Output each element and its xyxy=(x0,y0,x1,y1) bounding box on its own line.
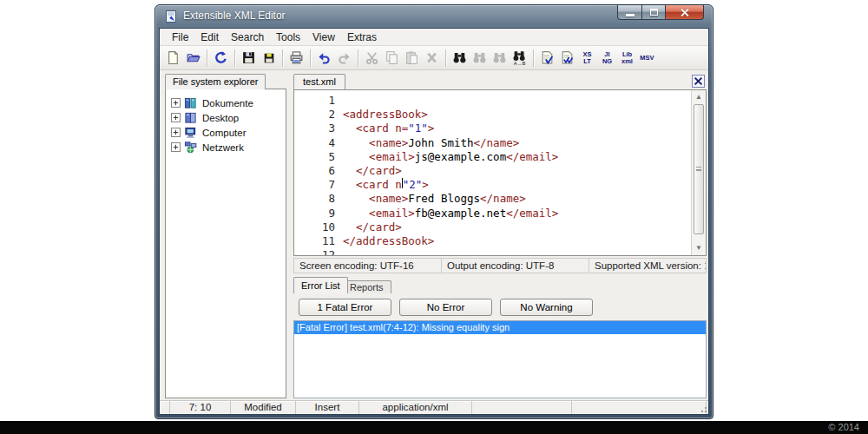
expand-icon[interactable] xyxy=(171,142,181,152)
editor-scrollbar[interactable]: ▲ ▼ xyxy=(691,90,706,255)
resize-grip[interactable] xyxy=(699,404,707,413)
refresh-icon[interactable] xyxy=(211,48,231,68)
code-line: 9 <email>fb@example.net</email> xyxy=(294,207,691,220)
maximize-button[interactable] xyxy=(641,5,666,20)
code-segment: Fred Bloggs xyxy=(408,192,480,206)
tree-item-desktop[interactable]: Desktop xyxy=(166,110,286,125)
status-cell xyxy=(572,401,707,414)
close-icon xyxy=(680,8,689,17)
code-segment: "2" xyxy=(403,178,423,192)
window-title: Extensible XML Editor xyxy=(183,5,286,27)
menu-item-file[interactable]: File xyxy=(166,31,194,43)
menu-item-edit[interactable]: Edit xyxy=(194,31,225,43)
print-icon[interactable] xyxy=(286,48,306,68)
xslt-icon[interactable]: XSLT xyxy=(577,48,597,68)
tree-item-computer[interactable]: Computer xyxy=(166,125,286,140)
delete-icon[interactable] xyxy=(422,48,442,68)
tree-item-netzwerk[interactable]: Netzwerk xyxy=(166,140,286,155)
code-segment: </name> xyxy=(480,192,526,206)
find-prev-icon[interactable] xyxy=(490,48,510,68)
code-segment: </email> xyxy=(506,207,558,220)
scrollbar-thumb[interactable] xyxy=(694,104,704,234)
open-file-icon[interactable] xyxy=(183,48,203,68)
editor-tab-row: test.xml xyxy=(293,74,707,89)
scroll-down-icon[interactable]: ▼ xyxy=(693,242,705,254)
editor-panel: test.xml 12<addressBook>3 <card n="1">4 … xyxy=(293,74,707,398)
titlebar[interactable]: Extensible XML Editor xyxy=(155,5,713,28)
scroll-up-icon[interactable]: ▲ xyxy=(693,91,705,103)
find-icon[interactable] xyxy=(450,48,470,68)
line-number: 3 xyxy=(294,122,343,135)
code-segment: > xyxy=(422,178,429,192)
no-error-button[interactable]: No Error xyxy=(399,299,492,316)
toolbar-separator xyxy=(533,49,534,67)
maximize-icon xyxy=(650,9,658,16)
file-explorer-panel: File system explorer DokumenteDesktopCom… xyxy=(165,74,286,398)
line-number: 6 xyxy=(294,164,343,178)
code-segment: <name> xyxy=(343,192,408,206)
find-next-icon[interactable] xyxy=(470,48,490,68)
copy-icon[interactable] xyxy=(382,48,402,68)
screenshot-stage: Extensible XML Editor FileEditSearchTool… xyxy=(0,0,868,434)
error-list: [Fatal Error] test.xml(7:4-12): Missing … xyxy=(293,320,707,398)
minimize-button[interactable] xyxy=(617,5,641,20)
cut-icon[interactable] xyxy=(362,48,382,68)
close-button[interactable] xyxy=(666,5,704,20)
menu-item-extras[interactable]: Extras xyxy=(341,31,383,43)
1-fatal-error-button[interactable]: 1 Fatal Error xyxy=(299,299,391,316)
code-segment: <email> xyxy=(343,150,415,164)
new-file-icon[interactable] xyxy=(163,48,183,68)
expand-icon[interactable] xyxy=(171,113,181,122)
encoding-cell: Output encoding: UTF-8 xyxy=(442,258,589,273)
code-line: 10 </card> xyxy=(294,220,691,234)
tab-error-list[interactable]: Error List xyxy=(293,277,348,293)
tab-file-system-explorer[interactable]: File system explorer xyxy=(165,74,266,89)
app-icon xyxy=(164,10,178,23)
jing-icon[interactable]: JING xyxy=(597,48,617,68)
code-segment: fb@example.net xyxy=(415,207,506,220)
menu-item-search[interactable]: Search xyxy=(225,31,270,43)
status-cell: Modified xyxy=(231,401,296,414)
code-segment: js@example.com xyxy=(415,150,506,164)
error-list-item[interactable]: [Fatal Error] test.xml(7:4-12): Missing … xyxy=(294,321,706,334)
status-spacer xyxy=(160,401,170,414)
code-line: 6 </card> xyxy=(294,164,691,178)
code-segment: <name> xyxy=(343,136,408,150)
no-warning-button[interactable]: No Warning xyxy=(500,299,593,316)
save-as-icon[interactable] xyxy=(259,48,279,68)
find-replace-icon[interactable]: A→B xyxy=(510,48,529,68)
save-icon[interactable] xyxy=(239,48,259,68)
tab-reports[interactable]: Reports xyxy=(342,280,391,293)
code-area[interactable]: 12<addressBook>3 <card n="1">4 <name>Joh… xyxy=(294,90,691,255)
file-tree: DokumenteDesktopComputerNetzwerk xyxy=(165,89,286,398)
line-number: 7 xyxy=(294,178,343,192)
tree-item-dokumente[interactable]: Dokumente xyxy=(166,95,286,110)
redo-icon[interactable] xyxy=(334,48,354,68)
code-segment: "1" xyxy=(408,122,428,135)
expand-icon[interactable] xyxy=(171,128,181,137)
close-document-icon[interactable] xyxy=(692,75,705,88)
code-editor[interactable]: 12<addressBook>3 <card n="1">4 <name>Joh… xyxy=(293,89,707,256)
libxml-icon[interactable]: Libxml xyxy=(617,48,637,68)
toolbar-separator xyxy=(358,49,358,67)
status-cell xyxy=(472,401,572,414)
validate-icon[interactable] xyxy=(537,48,557,68)
toolbar: A→BXSLTJINGLibxmlMSV xyxy=(160,46,708,70)
tree-item-label: Dokumente xyxy=(202,98,253,108)
code-line: 4 <name>John Smith</name> xyxy=(294,136,691,150)
undo-icon[interactable] xyxy=(314,48,334,68)
code-segment: John Smith xyxy=(408,136,473,150)
code-segment: </card> xyxy=(343,220,402,234)
paste-icon[interactable] xyxy=(402,48,422,68)
menu-item-tools[interactable]: Tools xyxy=(270,31,306,43)
validate-schema-icon[interactable] xyxy=(557,48,577,68)
menu-item-view[interactable]: View xyxy=(306,31,341,43)
tree-item-label: Computer xyxy=(202,128,247,138)
menu-bar: FileEditSearchToolsViewExtras xyxy=(160,29,708,46)
expand-icon[interactable] xyxy=(171,98,181,108)
status-bar: 7: 10ModifiedInsertapplication/xml xyxy=(160,400,708,414)
tab-test-xml[interactable]: test.xml xyxy=(293,74,345,89)
line-number: 8 xyxy=(294,192,343,206)
status-cell: application/xml xyxy=(359,401,472,414)
msv-icon[interactable]: MSV xyxy=(637,48,657,68)
